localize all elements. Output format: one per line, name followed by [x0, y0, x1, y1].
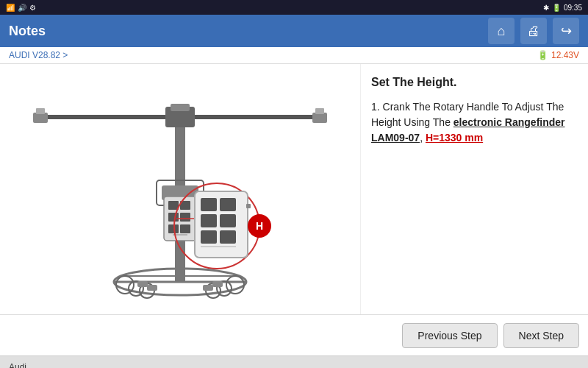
svg-rect-4	[315, 108, 324, 114]
svg-rect-11	[168, 201, 179, 210]
svg-rect-25	[201, 230, 217, 244]
battery-icon: 🔋	[552, 4, 561, 12]
logout-icon: ↪	[561, 23, 572, 39]
diagram-svg: H	[26, 71, 334, 307]
battery-small-icon: 🔋	[537, 50, 548, 60]
breadcrumb-path[interactable]: AUDI V28.82 >	[9, 50, 68, 60]
vehicle-brand: Audi	[9, 362, 579, 369]
signal-icon: 📶	[6, 4, 15, 12]
svg-rect-24	[220, 214, 236, 227]
next-step-button[interactable]: Next Step	[503, 323, 579, 348]
status-right: ✱ 🔋 09:35	[543, 4, 582, 12]
wifi-icon: 🔊	[18, 4, 26, 12]
svg-rect-23	[201, 214, 217, 227]
svg-rect-42	[212, 281, 223, 287]
step-title: Set The Height.	[371, 76, 578, 89]
voltage-display: 🔋 12.43V	[537, 50, 579, 60]
print-button[interactable]: 🖨	[520, 18, 547, 44]
header-icons: ⌂ 🖨 ↪	[488, 18, 579, 44]
breadcrumb: AUDI V28.82 > 🔋 12.43V	[0, 47, 588, 64]
svg-text:H: H	[256, 220, 263, 232]
svg-rect-21	[201, 198, 217, 211]
home-icon: ⌂	[498, 24, 506, 39]
svg-rect-22	[220, 198, 236, 211]
step-body: 1. Crank The Rotary Handle To Adjust The…	[371, 99, 578, 146]
svg-rect-15	[168, 224, 179, 233]
app-icon: ⚙	[29, 4, 36, 12]
svg-rect-31	[175, 260, 185, 282]
svg-point-36	[226, 276, 244, 294]
separator: ,	[420, 132, 426, 144]
info-bar: Audi VIN WAURGCF12MD046085	[0, 355, 588, 368]
main-content: H Set The Height. 1. Crank The Rotary Ha	[0, 64, 588, 314]
svg-point-35	[116, 276, 134, 294]
text-panel: Set The Height. 1. Crank The Rotary Hand…	[360, 64, 588, 314]
svg-rect-41	[137, 281, 148, 287]
height-value: H=1330 mm	[426, 132, 483, 144]
svg-rect-14	[180, 213, 190, 222]
svg-rect-43	[147, 285, 157, 291]
svg-rect-6	[171, 104, 190, 111]
svg-rect-3	[312, 113, 327, 123]
svg-rect-13	[168, 213, 179, 222]
previous-step-button[interactable]: Previous Step	[402, 323, 497, 348]
nav-row: Previous Step Next Step	[0, 314, 588, 355]
header: Notes ⌂ 🖨 ↪	[0, 15, 588, 47]
home-button[interactable]: ⌂	[488, 18, 514, 44]
status-bar: 📶 🔊 ⚙ ✱ 🔋 09:35	[0, 0, 588, 15]
image-panel: H	[0, 64, 360, 314]
svg-rect-1	[33, 113, 48, 123]
bluetooth-icon: ✱	[543, 4, 549, 12]
page-title: Notes	[9, 24, 46, 39]
logout-button[interactable]: ↪	[553, 18, 579, 44]
svg-rect-2	[36, 108, 45, 114]
svg-rect-16	[180, 224, 190, 233]
status-left: 📶 🔊 ⚙	[6, 4, 36, 12]
print-icon: 🖨	[527, 24, 540, 39]
svg-rect-44	[203, 285, 213, 291]
svg-rect-28	[246, 204, 251, 208]
time-display: 09:35	[564, 4, 582, 12]
svg-rect-26	[220, 230, 236, 244]
